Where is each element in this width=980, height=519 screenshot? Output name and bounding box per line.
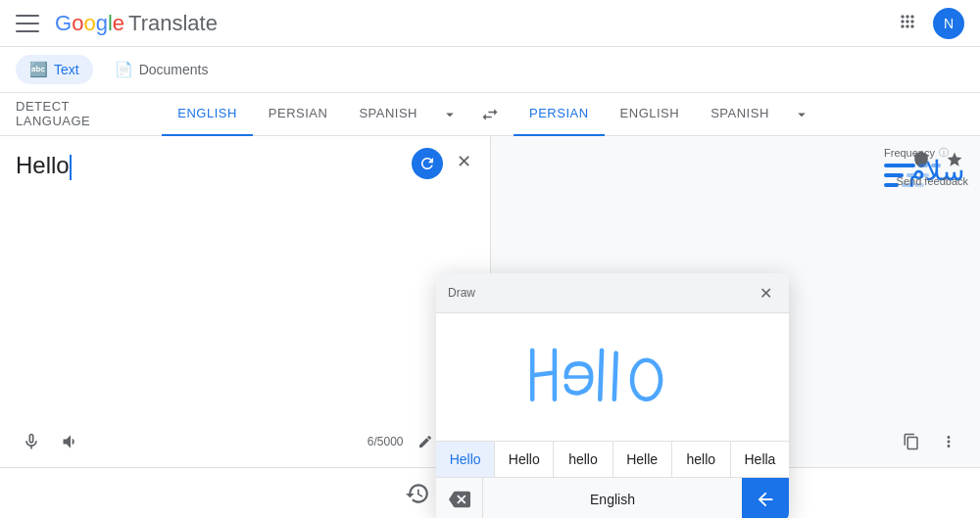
swap-languages-btn[interactable] [466,93,514,136]
freq-bar-1 [884,164,968,167]
refresh-btn[interactable] [412,148,443,179]
more-options-btn[interactable] [933,426,964,457]
persian-target-btn[interactable]: PERSIAN [514,93,605,136]
input-text: Hello [16,152,474,180]
language-bar: DETECT LANGUAGE ENGLISH PERSIAN SPANISH … [0,93,980,136]
documents-tab-label: Documents [139,62,209,77]
listen-btn[interactable] [55,426,86,457]
product-name: Translate [128,11,218,36]
input-toolbar: 6/5000 [16,426,474,457]
target-lang-options: PERSIAN ENGLISH SPANISH [514,93,980,136]
google-logo: G o o g l e [55,11,124,36]
hw-drawing [514,328,710,426]
tab-text[interactable]: 🔤 Text [16,55,93,84]
detect-language-btn[interactable]: DETECT LANGUAGE [0,93,162,136]
text-cursor [70,155,72,180]
source-lang-more-btn[interactable] [433,93,466,136]
hw-submit-btn[interactable] [742,478,789,518]
copy-btn[interactable] [896,426,927,457]
hw-suggestion-1[interactable]: Hello [495,442,554,477]
edit-pencil-btn[interactable] [412,428,439,455]
hw-suggestion-3[interactable]: Helle [613,442,672,477]
main-translation-area: Hello ✕ 6/5000 سلام [0,136,980,467]
mode-tabs-bar: 🔤 Text 📄 Documents [0,47,980,93]
target-lang-more-btn[interactable] [785,93,818,136]
microphone-btn[interactable] [16,426,47,457]
send-feedback-btn[interactable]: Send feedback [897,175,968,187]
app-header: G o o g l e Translate N [0,0,980,47]
text-tab-icon: 🔤 [29,61,48,78]
history-btn[interactable] [405,481,430,506]
english-source-btn[interactable]: ENGLISH [162,93,253,136]
hw-footer: English [436,477,789,518]
documents-tab-icon: 📄 [115,61,133,78]
frequency-panel: Frequency ⓘ [872,136,980,197]
avatar[interactable]: N [933,8,964,39]
spanish-target-btn[interactable]: SPANISH [695,93,785,136]
hw-suggestion-4[interactable]: hello [672,442,731,477]
hamburger-menu[interactable] [16,12,39,35]
hw-popup-header: Draw ✕ [436,273,789,313]
hw-suggestion-5[interactable]: Hella [731,442,789,477]
svg-point-0 [632,360,661,400]
clear-input-btn[interactable]: ✕ [451,148,478,175]
persian-source-btn[interactable]: PERSIAN [253,93,344,136]
handwriting-popup: Draw ✕ Hello Hello [436,273,789,518]
hw-language-label: English [483,492,742,507]
english-target-btn[interactable]: ENGLISH [605,93,696,136]
source-lang-options: DETECT LANGUAGE ENGLISH PERSIAN SPANISH [0,93,466,136]
hw-close-btn[interactable]: ✕ [754,281,777,305]
hw-canvas[interactable] [436,313,789,441]
input-panel: Hello ✕ 6/5000 [0,136,491,467]
hw-title: Draw [448,286,475,300]
char-count: 6/5000 [368,435,404,448]
spanish-source-btn[interactable]: SPANISH [343,93,433,136]
frequency-label: Frequency ⓘ [884,146,968,160]
apps-icon[interactable] [898,12,917,34]
text-tab-label: Text [54,62,79,77]
hw-backspace-btn[interactable] [436,478,483,518]
hw-suggestion-2[interactable]: hello [554,442,612,477]
hw-suggestion-0[interactable]: Hello [436,442,495,477]
tab-documents[interactable]: 📄 Documents [101,55,222,84]
hw-suggestions: Hello Hello hello Helle hello Hella [436,441,789,477]
